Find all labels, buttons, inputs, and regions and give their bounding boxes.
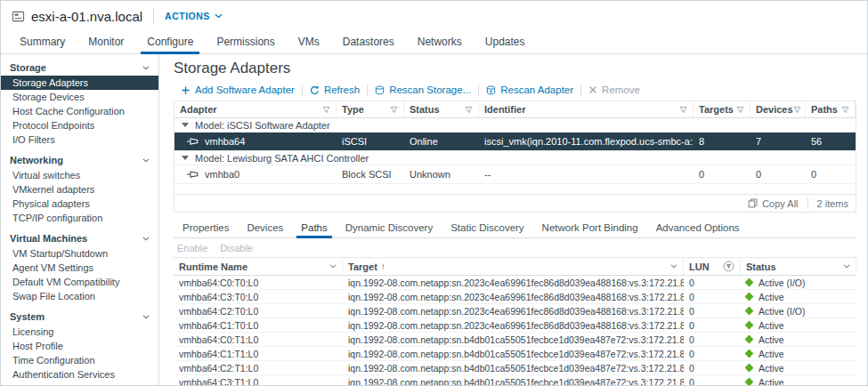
- column-header-status[interactable]: Status: [404, 101, 479, 117]
- green-diamond-icon: [745, 293, 754, 302]
- refresh-button[interactable]: Refresh: [303, 83, 367, 97]
- chevron-down-icon: [843, 264, 850, 269]
- add-software-adapter-button[interactable]: Add Software Adapter: [174, 83, 302, 97]
- green-diamond-icon: [745, 364, 754, 373]
- sidebar-item-swap-file-location[interactable]: Swap File Location: [1, 289, 158, 303]
- path-row[interactable]: vmhba64:C0:T1:L0iqn.1992-08.com.netapp:s…: [174, 333, 856, 347]
- detail-tab-dynamic-discovery[interactable]: Dynamic Discovery: [337, 218, 442, 237]
- status-label: Active: [758, 349, 784, 359]
- column-label: Paths: [811, 104, 838, 115]
- path-row[interactable]: vmhba64:C3:T0:L0iqn.1992-08.com.netapp:s…: [174, 290, 856, 304]
- chevron-down-icon: [142, 315, 150, 319]
- path-row[interactable]: vmhba64:C0:T0:L0iqn.1992-08.com.netapp:s…: [174, 276, 856, 290]
- tab-monitor[interactable]: Monitor: [77, 31, 135, 53]
- tab-label: Datastores: [343, 36, 394, 48]
- detail-tab-properties[interactable]: Properties: [174, 218, 238, 237]
- column-header-paths[interactable]: Paths: [806, 101, 856, 117]
- devices-cell: 7: [750, 136, 806, 147]
- tab-vms[interactable]: VMs: [287, 31, 331, 53]
- items-count: 2 items: [817, 198, 848, 209]
- rescan-storage-button[interactable]: Rescan Storage...: [368, 83, 478, 97]
- adapter-group-row[interactable]: Model: Lewisburg SATA AHCI Controller: [174, 151, 856, 165]
- sidebar-item-label: Swap File Location: [12, 291, 95, 302]
- runtime-name-cell: vmhba64:C0:T0:L0: [174, 277, 343, 288]
- path-row[interactable]: vmhba64:C2:T1:L0iqn.1992-08.com.netapp:s…: [174, 361, 856, 375]
- sidebar-section-system[interactable]: System: [1, 309, 158, 325]
- column-header-lun[interactable]: LUN: [684, 258, 741, 275]
- sidebar-item-vmkernel-adapters[interactable]: VMkernel adapters: [1, 182, 158, 197]
- sidebar-item-physical-adapters[interactable]: Physical adapters: [1, 197, 158, 211]
- paths-table: Runtime NameTarget↑LUNStatus vmhba64:C0:…: [174, 257, 856, 386]
- sidebar-item-storage-adapters[interactable]: Storage Adapters: [1, 76, 158, 90]
- sidebar-item-i-o-filters[interactable]: I/O Filters: [1, 133, 158, 147]
- adapter-name: vmhba0: [205, 169, 239, 180]
- sidebar-item-virtual-switches[interactable]: Virtual switches: [1, 168, 158, 182]
- detail-tab-devices[interactable]: Devices: [238, 218, 292, 237]
- detail-tabbar: PropertiesDevicesPathsDynamic DiscoveryS…: [174, 218, 856, 238]
- path-row[interactable]: vmhba64:C2:T0:L0iqn.1992-08.com.netapp:s…: [174, 304, 856, 318]
- detail-tab-label: Devices: [247, 222, 283, 233]
- filter-icon: [679, 106, 687, 114]
- adapter-row-vmhba0[interactable]: vmhba0Block SCSIUnknown--000: [174, 165, 856, 184]
- green-diamond-icon: [745, 278, 754, 287]
- status-label: Active (I/O): [758, 277, 806, 288]
- detail-tab-network-port-binding[interactable]: Network Port Binding: [533, 218, 647, 237]
- sidebar-item-label: Storage Adapters: [12, 77, 88, 88]
- sidebar-item-vm-startup-shutdown[interactable]: VM Startup/Shutdown: [1, 246, 158, 261]
- tab-permissions[interactable]: Permissions: [205, 31, 286, 53]
- column-header-target[interactable]: Target↑: [343, 258, 684, 275]
- sidebar-item-agent-vm-settings[interactable]: Agent VM Settings: [1, 261, 158, 275]
- column-header-identifier[interactable]: Identifier: [479, 101, 694, 117]
- column-header-status[interactable]: Status: [741, 258, 856, 275]
- sidebar-item-label: Host Cache Configuration: [12, 106, 125, 117]
- sidebar-section-networking[interactable]: Networking: [1, 152, 158, 168]
- adapter-name: vmhba64: [205, 136, 245, 147]
- toolbar-button-label: Rescan Storage...: [389, 84, 471, 95]
- sidebar-item-default-vm-compatibility[interactable]: Default VM Compatibility: [1, 275, 158, 289]
- column-header-devices[interactable]: Devices: [750, 101, 806, 117]
- tab-datastores[interactable]: Datastores: [331, 31, 406, 53]
- column-label: Targets: [699, 104, 734, 115]
- detail-tab-paths[interactable]: Paths: [292, 218, 336, 237]
- tab-networks[interactable]: Networks: [406, 31, 474, 53]
- column-header-targets[interactable]: Targets: [694, 101, 750, 117]
- tab-summary[interactable]: Summary: [8, 31, 77, 53]
- toolbar-button-label: Add Software Adapter: [195, 84, 295, 95]
- column-header-type[interactable]: Type: [337, 101, 404, 117]
- tab-updates[interactable]: Updates: [474, 31, 537, 53]
- tab-label: Permissions: [216, 36, 274, 48]
- path-row[interactable]: vmhba64:C1:T1:L0iqn.1992-08.com.netapp:s…: [174, 347, 856, 361]
- sidebar-section-virtual-machines[interactable]: Virtual Machines: [1, 230, 158, 246]
- sidebar-item-label: Authentication Services: [12, 369, 115, 380]
- detail-tab-advanced-options[interactable]: Advanced Options: [647, 218, 749, 237]
- sidebar-item-storage-devices[interactable]: Storage Devices: [1, 90, 158, 104]
- copy-all-button[interactable]: Copy All: [748, 198, 798, 209]
- rescan-adapter-button[interactable]: Rescan Adapter: [479, 83, 580, 97]
- filter-icon: [736, 106, 744, 114]
- sidebar-item-label: Time Configuration: [12, 355, 95, 366]
- column-header-adapter[interactable]: Adapter: [174, 101, 337, 117]
- sidebar-item-host-profile[interactable]: Host Profile: [1, 339, 158, 353]
- sidebar-item-licensing[interactable]: Licensing: [1, 325, 158, 339]
- adapter-row-vmhba64[interactable]: vmhba64iSCSIOnlineiscsi_vmk(iqn.2010-11.…: [174, 133, 856, 151]
- filter-icon: [465, 106, 473, 114]
- adapter-group-row[interactable]: Model: iSCSI Software Adapter: [174, 118, 856, 133]
- path-row[interactable]: vmhba64:C1:T0:L0iqn.1992-08.com.netapp:s…: [174, 318, 856, 333]
- remove-button: Remove: [581, 83, 647, 97]
- tab-configure[interactable]: Configure: [135, 31, 205, 53]
- sidebar-item-tcp-ip-configuration[interactable]: TCP/IP configuration: [1, 211, 158, 225]
- green-diamond-icon: [745, 321, 754, 330]
- green-diamond-icon: [745, 307, 754, 316]
- detail-tab-static-discovery[interactable]: Static Discovery: [442, 218, 532, 237]
- sidebar-item-authentication-services[interactable]: Authentication Services: [1, 367, 158, 382]
- column-header-runtime-name[interactable]: Runtime Name: [174, 258, 343, 275]
- sidebar-section-storage[interactable]: Storage: [1, 60, 158, 76]
- sidebar-item-time-configuration[interactable]: Time Configuration: [1, 353, 158, 367]
- sidebar-item-protocol-endpoints[interactable]: Protocol Endpoints: [1, 118, 158, 133]
- actions-button[interactable]: ACTIONS: [165, 11, 223, 21]
- host-header: esxi-a-01.nva.local ACTIONS: [1, 1, 867, 31]
- sidebar-section-label: Networking: [10, 155, 63, 165]
- host-name: esxi-a-01.nva.local: [31, 9, 142, 24]
- sidebar-item-host-cache-configuration[interactable]: Host Cache Configuration: [1, 104, 158, 118]
- path-row[interactable]: vmhba64:C3:T1:L0iqn.1992-08.com.netapp:s…: [174, 375, 856, 386]
